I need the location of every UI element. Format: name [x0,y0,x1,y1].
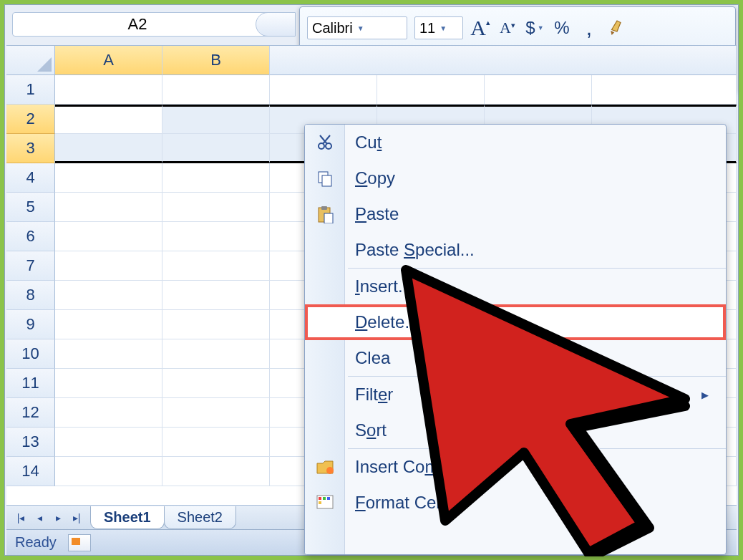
row-header-14[interactable]: 14 [6,457,55,486]
cell[interactable] [162,105,270,134]
context-menu: CutCopyPastePaste Special...Insert...Del… [304,124,727,555]
cell[interactable] [55,105,162,134]
row-header-5[interactable]: 5 [6,193,55,222]
cell[interactable] [55,222,162,251]
view-normal-button[interactable] [68,534,91,551]
cell[interactable] [55,251,162,281]
svg-rect-21 [321,206,327,210]
row-header-10[interactable]: 10 [6,339,55,369]
sheet-tab-sheet1[interactable]: Sheet1 [90,506,165,529]
copy-icon [314,167,336,190]
font-size-value: 11 [419,20,435,37]
svg-rect-22 [324,213,333,223]
cell[interactable] [485,75,592,105]
chevron-down-icon: ▼ [357,24,364,32]
menu-item-paste_special[interactable]: Paste Special... [305,232,726,268]
row-header-8[interactable]: 8 [6,281,55,310]
comma-style-button[interactable]: , [579,12,599,44]
row-header-2[interactable]: 2 [6,105,55,134]
cell[interactable] [162,398,270,428]
cell[interactable] [55,134,162,163]
column-header-b[interactable]: B [162,46,270,75]
folder-icon [314,455,336,478]
cell[interactable] [55,369,162,398]
svg-rect-27 [327,497,330,500]
cell[interactable] [162,310,270,339]
grow-font-button[interactable]: A▴ [470,12,490,44]
svg-rect-25 [319,497,321,500]
row-header-13[interactable]: 13 [6,428,55,457]
tab-nav-prev[interactable]: ◂ [31,509,48,526]
cell[interactable] [162,281,270,310]
currency-button[interactable]: $▼ [525,12,545,44]
cell[interactable] [377,75,485,105]
row-header-11[interactable]: 11 [6,369,55,398]
row-header-4[interactable]: 4 [6,163,55,193]
cell[interactable] [162,369,270,398]
svg-point-23 [326,467,334,474]
cell[interactable] [162,339,270,369]
font-size-combo[interactable]: 11▼ [414,16,463,39]
select-all-corner[interactable] [6,46,55,75]
cell[interactable] [55,75,162,105]
cell[interactable] [162,75,270,105]
percent-button[interactable]: % [552,12,572,44]
cell[interactable] [162,251,270,281]
cell[interactable] [162,428,270,457]
svg-rect-26 [323,497,326,500]
tab-nav-last[interactable]: ▸| [68,509,85,526]
font-name-combo[interactable]: Calibri▼ [307,16,407,39]
menu-item-cut[interactable]: Cut [305,125,726,160]
tab-nav-first[interactable]: |◂ [12,509,29,526]
font-name-value: Calibri [312,20,353,37]
sheet-tab-sheet2[interactable]: Sheet2 [164,506,236,529]
row-header-6[interactable]: 6 [6,222,55,251]
name-box[interactable]: A2 [13,15,262,34]
row-header-1[interactable]: 1 [6,75,55,105]
column-header-rest[interactable] [270,46,737,75]
menu-item-copy[interactable]: Copy [305,160,726,196]
column-header-a[interactable]: A [55,46,162,75]
cell[interactable] [55,281,162,310]
cell[interactable] [270,75,377,105]
chevron-down-icon: ▼ [440,24,447,32]
menu-item-insert[interactable]: Insert... [305,269,726,304]
row-header-7[interactable]: 7 [6,251,55,281]
row-header-3[interactable]: 3 [6,134,55,163]
cell[interactable] [162,134,270,163]
cell[interactable] [592,75,737,105]
scissors-icon [314,131,336,154]
cell[interactable] [55,339,162,369]
menu-item-paste[interactable]: Paste [305,196,726,232]
cell[interactable] [55,310,162,339]
cell[interactable] [162,457,270,486]
chevron-down-icon: ▼ [538,24,544,32]
cell[interactable] [162,163,270,193]
cell[interactable] [55,428,162,457]
cell[interactable] [162,193,270,222]
shrink-font-button[interactable]: A▾ [497,12,518,44]
format-painter-button[interactable] [606,12,628,44]
menu-item-delete[interactable]: Delete... [305,304,726,340]
row-header-9[interactable]: 9 [6,310,55,339]
row-header-12[interactable]: 12 [6,398,55,428]
menu-item-clear[interactable]: Clea [305,340,726,376]
menu-item-filter[interactable]: Filter▶ [305,377,726,412]
cell[interactable] [55,193,162,222]
submenu-arrow-icon: ▶ [701,390,709,400]
cell[interactable] [55,398,162,428]
cell[interactable] [55,163,162,193]
menu-item-sort[interactable]: Sort [305,412,726,448]
status-text: Ready [15,534,57,551]
menu-item-format[interactable]: Format Cells... [305,485,726,521]
formula-bar-edge [256,12,296,37]
svg-rect-28 [319,501,321,504]
paste-icon [314,203,336,226]
cell[interactable] [162,222,270,251]
tab-nav-next[interactable]: ▸ [49,509,67,526]
svg-rect-19 [322,175,331,186]
cell[interactable] [55,457,162,486]
name-box-container: A2 ▼ [12,12,284,37]
menu-item-comment[interactable]: Insert Comment [305,449,726,485]
palette-icon [314,491,336,514]
